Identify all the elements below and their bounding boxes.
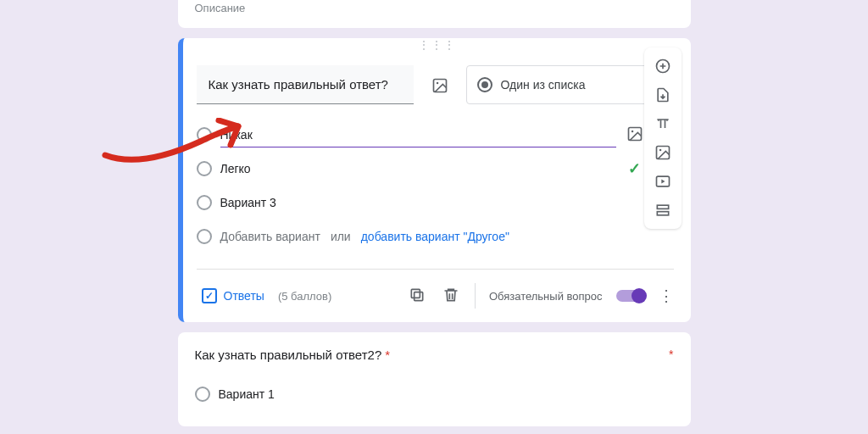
question-type-select[interactable]: Один из списка ▼ bbox=[466, 65, 674, 104]
import-questions-button[interactable] bbox=[649, 81, 676, 108]
answer-key-button[interactable]: ✓ Ответы bbox=[197, 285, 270, 307]
required-asterisk: * bbox=[385, 348, 390, 362]
separator bbox=[475, 283, 476, 309]
radio-icon bbox=[195, 387, 210, 402]
video-icon bbox=[654, 173, 671, 190]
section-icon bbox=[654, 202, 671, 219]
option-row: Вариант 1 bbox=[195, 377, 674, 411]
delete-button[interactable] bbox=[441, 287, 461, 306]
duplicate-button[interactable] bbox=[407, 287, 427, 306]
trash-icon bbox=[442, 287, 459, 303]
add-section-button[interactable] bbox=[649, 197, 676, 224]
radio-icon bbox=[197, 195, 212, 210]
option-input[interactable] bbox=[220, 191, 616, 215]
svg-rect-11 bbox=[657, 212, 668, 215]
add-image-to-question-button[interactable] bbox=[424, 65, 456, 106]
correct-answer-icon: ✓ bbox=[625, 159, 645, 178]
option-row: ✓ ✕ bbox=[197, 152, 674, 186]
svg-rect-4 bbox=[415, 292, 423, 300]
option-input[interactable] bbox=[220, 123, 616, 147]
question-title: Как узнать правильный ответ2?* bbox=[195, 348, 674, 362]
option-row: ✕ bbox=[197, 186, 674, 220]
description-card[interactable]: Описание bbox=[178, 0, 691, 28]
option-row: ✕ bbox=[197, 118, 674, 152]
image-icon bbox=[626, 125, 643, 142]
add-title-button[interactable] bbox=[649, 110, 676, 137]
option-text: Вариант 1 bbox=[219, 387, 275, 401]
radio-icon bbox=[197, 127, 212, 142]
add-video-button[interactable] bbox=[649, 168, 676, 195]
add-question-button[interactable] bbox=[649, 53, 676, 80]
svg-point-3 bbox=[631, 130, 633, 132]
answers-label: Ответы bbox=[224, 289, 264, 303]
description-label: Описание bbox=[195, 2, 674, 14]
image-icon bbox=[431, 77, 448, 94]
required-label: Обязательный вопрос bbox=[489, 290, 603, 303]
radio-icon bbox=[197, 161, 212, 176]
option-image-button[interactable] bbox=[625, 125, 645, 145]
required-asterisk: * bbox=[669, 348, 673, 361]
more-menu-button[interactable]: ⋮ bbox=[659, 291, 674, 301]
svg-point-8 bbox=[659, 149, 662, 152]
drag-handle[interactable]: ⋮⋮⋮ bbox=[183, 38, 691, 48]
add-image-button[interactable] bbox=[649, 139, 676, 166]
question-card-active: ⋮⋮⋮ Один из списка ▼ ✕ ✓ ✕ bbox=[178, 38, 691, 322]
checklist-icon: ✓ bbox=[202, 288, 217, 303]
svg-point-1 bbox=[436, 82, 438, 85]
text-icon bbox=[654, 115, 671, 132]
radio-icon bbox=[197, 229, 212, 244]
question-title-input[interactable] bbox=[197, 65, 414, 104]
side-toolbar bbox=[644, 47, 682, 229]
copy-icon bbox=[409, 287, 426, 303]
question-footer: ✓ Ответы (5 баллов) Обязательный вопрос … bbox=[197, 276, 674, 315]
question-type-label: Один из списка bbox=[501, 78, 586, 92]
or-text: или bbox=[331, 230, 351, 243]
option-input[interactable] bbox=[220, 157, 616, 181]
plus-circle-icon bbox=[654, 58, 671, 75]
points-label: (5 баллов) bbox=[278, 290, 331, 303]
svg-rect-5 bbox=[411, 289, 420, 298]
required-toggle[interactable] bbox=[616, 290, 645, 302]
add-other-button[interactable]: добавить вариант "Другое" bbox=[361, 230, 509, 243]
add-option-row: Добавить вариант или добавить вариант "Д… bbox=[197, 220, 674, 253]
image-icon bbox=[654, 144, 671, 161]
question-card[interactable]: Как узнать правильный ответ2?* * Вариант… bbox=[178, 332, 691, 426]
divider bbox=[197, 269, 674, 270]
svg-rect-10 bbox=[657, 205, 668, 209]
radio-icon bbox=[477, 77, 492, 92]
import-icon bbox=[654, 86, 671, 103]
add-option-button[interactable]: Добавить вариант bbox=[220, 230, 320, 243]
